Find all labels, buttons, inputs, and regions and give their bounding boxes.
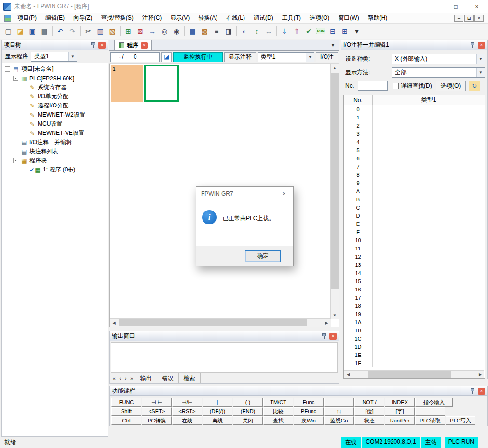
function-key-button[interactable]: PLC写入 — [446, 416, 475, 425]
scroll-up-icon[interactable]: ▲ — [331, 64, 339, 72]
close-panel-button[interactable]: × — [478, 388, 485, 395]
mdi-close-button[interactable]: × — [474, 15, 484, 22]
io-comment-cell[interactable] — [373, 105, 485, 113]
io-table-row[interactable]: 3 — [344, 130, 485, 138]
horizontal-scrollbar[interactable]: ◀ ▶ — [110, 318, 331, 327]
ok-button[interactable]: 确定 — [245, 250, 281, 262]
io-comment-button[interactable]: I/O注 — [316, 52, 338, 62]
io-comment-cell[interactable] — [373, 318, 485, 326]
separator[interactable] — [79, 26, 82, 37]
tree-node[interactable]: I/O注释一并编辑 — [2, 138, 108, 147]
io-table-row[interactable]: F — [344, 228, 485, 236]
io-comment-cell[interactable] — [373, 130, 485, 138]
io-table-row[interactable]: 14 — [344, 269, 485, 277]
next-message-icon[interactable]: › — [123, 376, 128, 381]
io-comment-cell[interactable] — [373, 220, 485, 228]
io-table-row[interactable]: 0 — [344, 105, 485, 113]
io-comment-cell[interactable] — [373, 326, 485, 334]
menu-item[interactable]: 编辑(E) — [41, 13, 69, 23]
io-comment-cell[interactable] — [373, 195, 485, 203]
io-table-row[interactable]: E — [344, 220, 485, 228]
tree-node[interactable]: MCU设置 — [2, 119, 108, 129]
io-comment-cell[interactable] — [373, 211, 485, 220]
close-panel-button[interactable]: × — [329, 333, 337, 340]
io-comment-cell[interactable] — [373, 162, 485, 171]
expander-icon[interactable] — [21, 85, 27, 90]
save-icon[interactable]: ▣ — [27, 26, 38, 37]
scroll-right-icon[interactable]: ▶ — [323, 319, 331, 327]
output-tab[interactable]: 检索 — [179, 373, 201, 383]
io-table-row[interactable]: 1D — [344, 343, 485, 351]
insert-row-icon[interactable]: ⊞ — [122, 26, 134, 37]
menu-item[interactable]: 查找/替换(S) — [96, 13, 137, 23]
io-comment-cell[interactable] — [373, 261, 485, 269]
tree-node[interactable]: - 项目[未命名] — [2, 65, 108, 74]
tree-node[interactable]: - 程序块 — [2, 156, 108, 165]
pin-icon[interactable] — [90, 42, 96, 48]
io-comment-cell[interactable] — [373, 187, 485, 195]
io-comment-cell[interactable] — [373, 359, 485, 367]
function-key-button[interactable]: 状态 — [354, 416, 384, 425]
io-comment-cell[interactable] — [373, 334, 485, 343]
function-key-button[interactable]: —( )— — [233, 398, 263, 407]
monitor-mode-icon[interactable]: ◐ — [239, 26, 250, 37]
function-key-button[interactable]: PG转换 — [142, 416, 172, 425]
redo-icon[interactable]: ↷ — [67, 26, 78, 37]
scrollbar-thumb[interactable] — [368, 371, 451, 378]
editor-comment-type-select[interactable]: 类型1 ▼ — [258, 52, 314, 62]
io-table-row[interactable]: 13 — [344, 261, 485, 269]
ladder-cursor-cell[interactable] — [144, 65, 179, 102]
io-table-row[interactable]: 16 — [344, 285, 485, 293]
function-key-button[interactable]: ↑↓ — [324, 407, 354, 416]
menu-item[interactable]: 显示(V) — [166, 13, 194, 23]
plc-read-icon[interactable]: ⇓ — [279, 26, 290, 37]
status-display-icon[interactable]: ◨ — [223, 26, 234, 37]
io-comment-cell[interactable] — [373, 310, 485, 318]
io-comment-cell[interactable] — [373, 138, 485, 146]
prev-message-icon[interactable]: ‹ — [118, 376, 123, 381]
menu-item[interactable]: 向导(Z) — [69, 13, 96, 23]
io-comment-cell[interactable] — [373, 113, 485, 121]
function-key-button[interactable]: 监视Go — [324, 416, 354, 425]
io-table-row[interactable]: 4 — [344, 138, 485, 146]
expander-icon[interactable] — [21, 167, 27, 172]
expander-icon[interactable] — [13, 140, 18, 145]
cut-icon[interactable]: ✂ — [82, 26, 94, 37]
function-key-button[interactable]: Shift — [111, 407, 141, 416]
io-table-row[interactable]: 9 — [344, 179, 485, 187]
expander-icon[interactable] — [21, 121, 27, 127]
device-monitor-icon[interactable]: ▩ — [199, 26, 210, 37]
io-comment-cell[interactable] — [373, 277, 485, 285]
refresh-button[interactable]: ↻ — [469, 81, 480, 91]
function-key-button[interactable]: 比较 — [263, 407, 293, 416]
io-comment-cell[interactable] — [373, 228, 485, 236]
function-key-button[interactable]: TM/CT — [263, 398, 293, 407]
function-key-button[interactable] — [415, 407, 445, 416]
function-key-button[interactable]: ⊣ ⊢ — [142, 398, 172, 407]
step-run-icon[interactable]: ≡ — [211, 26, 222, 37]
function-key-button[interactable]: NOT / — [354, 398, 384, 407]
toolbar-overflow-icon[interactable]: ▾ — [351, 26, 363, 37]
io-table-row[interactable]: 19 — [344, 310, 485, 318]
scroll-down-icon[interactable]: ▼ — [331, 311, 339, 319]
io-table-row[interactable]: 6 — [344, 154, 485, 162]
options-button[interactable]: 选项(O) — [436, 81, 466, 91]
tree-node[interactable]: 1: 程序 (0步) — [2, 165, 108, 174]
io-comment-cell[interactable] — [373, 343, 485, 351]
function-key-button[interactable]: INDEX — [385, 398, 415, 407]
io-table-row[interactable]: C — [344, 203, 485, 211]
first-message-icon[interactable]: « — [111, 376, 118, 381]
io-table-row[interactable]: 17 — [344, 293, 485, 302]
function-key-button[interactable]: 关闭 — [233, 416, 263, 425]
tab-list-dropdown-icon[interactable]: ▼ — [331, 43, 335, 48]
io-comment-cell[interactable] — [373, 302, 485, 310]
function-key-button[interactable]: FUNC — [111, 398, 141, 407]
column-header-no[interactable]: No. — [344, 95, 373, 105]
tree-node[interactable]: MEWNET-W2设置 — [2, 110, 108, 119]
pin-icon[interactable] — [321, 333, 327, 339]
function-key-button[interactable]: 查找 — [263, 416, 293, 425]
function-key-button[interactable]: <SET> — [142, 407, 172, 416]
io-table-row[interactable]: 1E — [344, 351, 485, 359]
tree-node[interactable]: 块注释列表 — [2, 147, 108, 156]
function-key-button[interactable]: ——— — [324, 398, 354, 407]
